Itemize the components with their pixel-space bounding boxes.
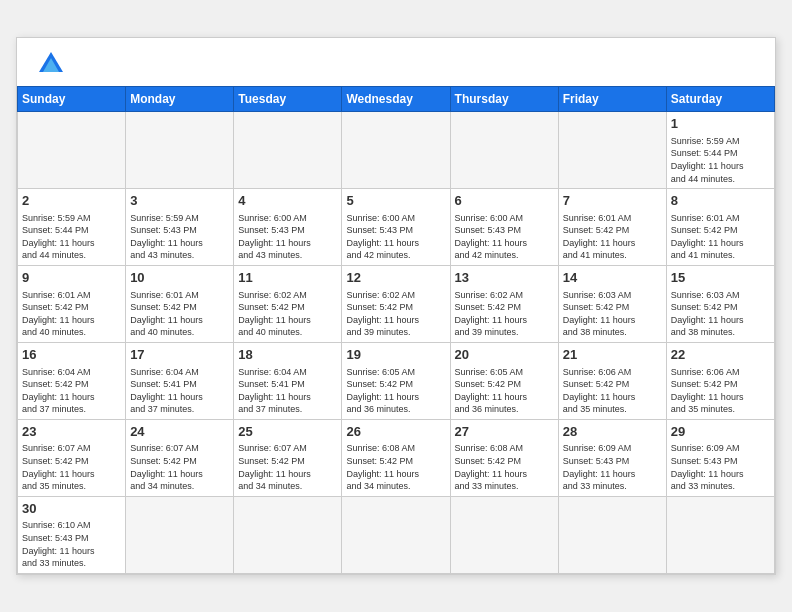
day-info: Sunrise: 6:07 AM Sunset: 5:42 PM Dayligh… [238,442,337,492]
week-row-3: 16Sunrise: 6:04 AM Sunset: 5:42 PM Dayli… [18,343,775,420]
day-cell: 27Sunrise: 6:08 AM Sunset: 5:42 PM Dayli… [450,419,558,496]
day-number: 12 [346,269,445,287]
day-info: Sunrise: 5:59 AM Sunset: 5:44 PM Dayligh… [671,135,770,185]
day-info: Sunrise: 6:04 AM Sunset: 5:41 PM Dayligh… [130,366,229,416]
day-info: Sunrise: 6:00 AM Sunset: 5:43 PM Dayligh… [238,212,337,262]
day-info: Sunrise: 6:04 AM Sunset: 5:42 PM Dayligh… [22,366,121,416]
day-cell: 28Sunrise: 6:09 AM Sunset: 5:43 PM Dayli… [558,419,666,496]
day-info: Sunrise: 6:09 AM Sunset: 5:43 PM Dayligh… [563,442,662,492]
header [17,38,775,86]
day-cell: 29Sunrise: 6:09 AM Sunset: 5:43 PM Dayli… [666,419,774,496]
week-row-0: 1Sunrise: 5:59 AM Sunset: 5:44 PM Daylig… [18,112,775,189]
day-cell [18,112,126,189]
day-number: 27 [455,423,554,441]
day-info: Sunrise: 6:03 AM Sunset: 5:42 PM Dayligh… [563,289,662,339]
day-cell: 26Sunrise: 6:08 AM Sunset: 5:42 PM Dayli… [342,419,450,496]
day-info: Sunrise: 6:05 AM Sunset: 5:42 PM Dayligh… [455,366,554,416]
day-cell [558,496,666,573]
day-info: Sunrise: 6:06 AM Sunset: 5:42 PM Dayligh… [563,366,662,416]
day-info: Sunrise: 6:09 AM Sunset: 5:43 PM Dayligh… [671,442,770,492]
day-number: 24 [130,423,229,441]
weekday-header-wednesday: Wednesday [342,87,450,112]
weekday-header-friday: Friday [558,87,666,112]
day-cell: 10Sunrise: 6:01 AM Sunset: 5:42 PM Dayli… [126,266,234,343]
day-number: 16 [22,346,121,364]
day-cell: 16Sunrise: 6:04 AM Sunset: 5:42 PM Dayli… [18,343,126,420]
day-number: 2 [22,192,121,210]
day-cell: 14Sunrise: 6:03 AM Sunset: 5:42 PM Dayli… [558,266,666,343]
weekday-header-thursday: Thursday [450,87,558,112]
day-cell: 8Sunrise: 6:01 AM Sunset: 5:42 PM Daylig… [666,189,774,266]
day-number: 15 [671,269,770,287]
day-cell: 3Sunrise: 5:59 AM Sunset: 5:43 PM Daylig… [126,189,234,266]
day-cell: 9Sunrise: 6:01 AM Sunset: 5:42 PM Daylig… [18,266,126,343]
day-cell [234,112,342,189]
day-info: Sunrise: 6:06 AM Sunset: 5:42 PM Dayligh… [671,366,770,416]
day-number: 26 [346,423,445,441]
day-cell: 23Sunrise: 6:07 AM Sunset: 5:42 PM Dayli… [18,419,126,496]
day-cell: 18Sunrise: 6:04 AM Sunset: 5:41 PM Dayli… [234,343,342,420]
day-number: 20 [455,346,554,364]
day-info: Sunrise: 6:10 AM Sunset: 5:43 PM Dayligh… [22,519,121,569]
day-cell [342,112,450,189]
day-number: 28 [563,423,662,441]
day-number: 30 [22,500,121,518]
day-cell [126,112,234,189]
day-cell: 5Sunrise: 6:00 AM Sunset: 5:43 PM Daylig… [342,189,450,266]
day-cell [450,112,558,189]
day-cell: 1Sunrise: 5:59 AM Sunset: 5:44 PM Daylig… [666,112,774,189]
day-info: Sunrise: 6:01 AM Sunset: 5:42 PM Dayligh… [671,212,770,262]
day-number: 7 [563,192,662,210]
week-row-2: 9Sunrise: 6:01 AM Sunset: 5:42 PM Daylig… [18,266,775,343]
day-cell: 22Sunrise: 6:06 AM Sunset: 5:42 PM Dayli… [666,343,774,420]
day-cell: 30Sunrise: 6:10 AM Sunset: 5:43 PM Dayli… [18,496,126,573]
day-cell: 17Sunrise: 6:04 AM Sunset: 5:41 PM Dayli… [126,343,234,420]
weekday-header-monday: Monday [126,87,234,112]
day-info: Sunrise: 6:07 AM Sunset: 5:42 PM Dayligh… [22,442,121,492]
day-cell: 19Sunrise: 6:05 AM Sunset: 5:42 PM Dayli… [342,343,450,420]
weekday-header-saturday: Saturday [666,87,774,112]
day-info: Sunrise: 6:05 AM Sunset: 5:42 PM Dayligh… [346,366,445,416]
day-number: 9 [22,269,121,287]
day-number: 18 [238,346,337,364]
day-info: Sunrise: 6:01 AM Sunset: 5:42 PM Dayligh… [130,289,229,339]
day-cell: 4Sunrise: 6:00 AM Sunset: 5:43 PM Daylig… [234,189,342,266]
calendar-grid: SundayMondayTuesdayWednesdayThursdayFrid… [17,86,775,574]
week-row-4: 23Sunrise: 6:07 AM Sunset: 5:42 PM Dayli… [18,419,775,496]
day-number: 3 [130,192,229,210]
week-row-5: 30Sunrise: 6:10 AM Sunset: 5:43 PM Dayli… [18,496,775,573]
day-number: 22 [671,346,770,364]
weekday-header-tuesday: Tuesday [234,87,342,112]
day-cell [126,496,234,573]
day-info: Sunrise: 6:00 AM Sunset: 5:43 PM Dayligh… [455,212,554,262]
day-info: Sunrise: 6:02 AM Sunset: 5:42 PM Dayligh… [238,289,337,339]
day-cell: 25Sunrise: 6:07 AM Sunset: 5:42 PM Dayli… [234,419,342,496]
day-number: 13 [455,269,554,287]
day-cell: 7Sunrise: 6:01 AM Sunset: 5:42 PM Daylig… [558,189,666,266]
day-number: 25 [238,423,337,441]
day-info: Sunrise: 6:02 AM Sunset: 5:42 PM Dayligh… [346,289,445,339]
day-cell: 2Sunrise: 5:59 AM Sunset: 5:44 PM Daylig… [18,189,126,266]
day-number: 8 [671,192,770,210]
day-cell [558,112,666,189]
week-row-1: 2Sunrise: 5:59 AM Sunset: 5:44 PM Daylig… [18,189,775,266]
day-number: 1 [671,115,770,133]
day-cell [342,496,450,573]
day-cell [450,496,558,573]
day-info: Sunrise: 6:01 AM Sunset: 5:42 PM Dayligh… [563,212,662,262]
day-cell: 21Sunrise: 6:06 AM Sunset: 5:42 PM Dayli… [558,343,666,420]
weekday-header-row: SundayMondayTuesdayWednesdayThursdayFrid… [18,87,775,112]
day-cell: 11Sunrise: 6:02 AM Sunset: 5:42 PM Dayli… [234,266,342,343]
day-info: Sunrise: 5:59 AM Sunset: 5:44 PM Dayligh… [22,212,121,262]
day-number: 29 [671,423,770,441]
calendar-container: SundayMondayTuesdayWednesdayThursdayFrid… [16,37,776,575]
day-info: Sunrise: 6:03 AM Sunset: 5:42 PM Dayligh… [671,289,770,339]
day-number: 17 [130,346,229,364]
day-cell: 15Sunrise: 6:03 AM Sunset: 5:42 PM Dayli… [666,266,774,343]
day-cell: 20Sunrise: 6:05 AM Sunset: 5:42 PM Dayli… [450,343,558,420]
day-info: Sunrise: 6:00 AM Sunset: 5:43 PM Dayligh… [346,212,445,262]
day-cell: 12Sunrise: 6:02 AM Sunset: 5:42 PM Dayli… [342,266,450,343]
day-info: Sunrise: 5:59 AM Sunset: 5:43 PM Dayligh… [130,212,229,262]
day-info: Sunrise: 6:02 AM Sunset: 5:42 PM Dayligh… [455,289,554,339]
day-number: 6 [455,192,554,210]
